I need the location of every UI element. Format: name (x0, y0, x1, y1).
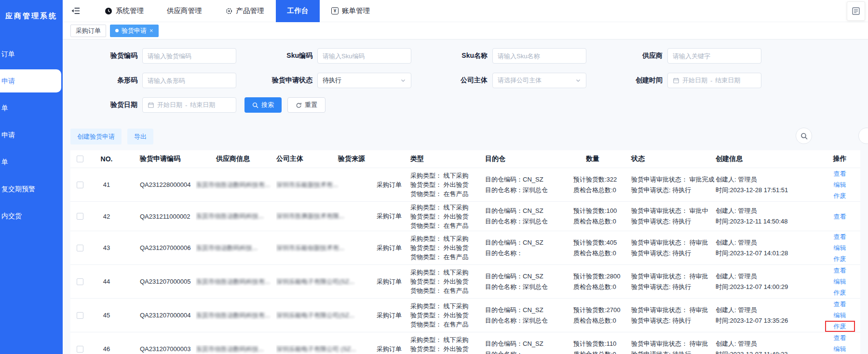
reset-button[interactable]: 重置 (287, 97, 326, 113)
corner-panel-button[interactable] (847, 1, 865, 21)
void-link[interactable]: 作废 (822, 190, 858, 201)
cell-type-line: 货物类型： 在售产品 (410, 286, 485, 295)
cell-status: 验货申请审批状态： 待审批验货申请状态: 待执行 (631, 305, 716, 326)
cell-status-line: 验货申请状态: 待执行 (631, 282, 716, 292)
inspection-code-input[interactable] (142, 48, 236, 64)
edit-link[interactable]: 编辑 (822, 276, 858, 287)
field-label: 验货日期 (63, 101, 142, 109)
cell-status-line: 验货申请状态: 待执行 (631, 185, 716, 196)
supplier-input[interactable] (667, 48, 761, 64)
edit-link[interactable]: 编辑 (822, 343, 858, 354)
field-sku-name: Sku名称 (413, 48, 588, 64)
search-icon (252, 102, 258, 108)
nav-label: 产品管理 (236, 6, 264, 15)
edit-link[interactable]: 编辑 (822, 179, 858, 190)
create-time-daterange[interactable]: 开始日期 - 结束日期 (667, 73, 761, 88)
tab-purchase-order[interactable]: 采购订单 (70, 25, 106, 37)
cell-status-line: 验货申请状态: 待执行 (631, 248, 716, 259)
sidebar-item[interactable]: 单 (0, 94, 63, 121)
sidebar-item[interactable]: 申请 (0, 69, 61, 92)
cell-quantity-line: 质检合格总数:0 (573, 349, 631, 354)
top-navbar: 系统管理 供应商管理 产品管理 工作台 ¥ 账单管理 (63, 0, 868, 22)
view-link[interactable]: 查看 (822, 299, 858, 310)
cell-no: 41 (90, 181, 123, 188)
cell-type-line: 验货类型： 外出验货 (410, 212, 485, 221)
header-source: 验货来源 (338, 155, 380, 163)
field-sku-code: Sku编码 (238, 48, 413, 64)
cell-apply-code: QA231228000004 (123, 181, 196, 188)
row-checkbox[interactable] (77, 213, 83, 220)
cell-supplier-info: 东莞市信胜达数码科技有... (196, 277, 276, 286)
void-link[interactable]: 作废 (822, 287, 858, 298)
cell-destination-line: 目的仓编码：CN_SZ (485, 305, 573, 315)
cell-created-line: 时间:2023-12-11 14:50:48 (716, 216, 819, 227)
create-inspection-button[interactable]: 创建验货申请 (70, 129, 122, 144)
cell-apply-code: QA231207000003 (123, 345, 196, 353)
date-separator: - (185, 102, 187, 109)
inspection-date-daterange[interactable]: 开始日期 - 结束日期 (142, 97, 236, 113)
cell-type: 采购类型： 线下采购验货类型： 外出验货货物类型： 在售产品 (410, 171, 485, 198)
select-value: 待执行 (323, 76, 341, 85)
sidebar-item[interactable]: 复交期预警 (0, 175, 63, 202)
cell-apply-code: QA231211000002 (123, 213, 196, 220)
void-link[interactable]: 作废 (834, 322, 846, 331)
view-link[interactable]: 查看 (822, 211, 858, 222)
cell-created-line: 时间:2023-12-28 17:51:51 (716, 185, 819, 196)
edit-link[interactable]: 编辑 (822, 310, 858, 321)
view-link[interactable]: 查看 (822, 332, 858, 343)
cell-actions: 查看编辑作废 (819, 168, 860, 201)
cell-created: 创建人: 管理员时间:2023-12-11 14:50:48 (716, 206, 819, 227)
view-link[interactable]: 查看 (822, 168, 858, 179)
cell-type-line: 货物类型： 在售产品 (410, 252, 485, 262)
cell-created-line: 创建人: 管理员 (716, 174, 819, 185)
table-row: 41QA231228000004东莞市信胜达数码科技有...深圳市乐能新技术有.… (70, 168, 860, 201)
cell-quantity: 预计验货数:110质检合格总数:0 (573, 339, 631, 354)
sku-code-input[interactable] (317, 48, 411, 64)
row-checkbox[interactable] (77, 312, 83, 319)
sidebar-item[interactable]: 单 (0, 148, 63, 175)
view-link[interactable]: 查看 (822, 265, 858, 276)
cell-destination: 目的仓编码：CN_SZ目的仓名称：深圳总仓 (485, 206, 573, 227)
cell-type: 采购类型： 线下采购验货类型： 外出验货货物类型： 在售产品 (410, 335, 485, 354)
row-checkbox[interactable] (77, 245, 83, 251)
redacted-supplier-text: 东莞市信胜达数码科技... (196, 345, 276, 354)
row-checkbox[interactable] (77, 182, 83, 188)
nav-item-workbench[interactable]: 工作台 (276, 0, 320, 22)
export-button[interactable]: 导出 (127, 129, 153, 144)
sku-name-input[interactable] (492, 48, 586, 64)
sidebar-item[interactable]: 内交货 (0, 202, 63, 229)
cell-destination: 目的仓编码：CN_SZ目的仓名称： (485, 339, 573, 354)
cell-destination: 目的仓编码：CN_SZ目的仓名称：深圳总仓 (485, 271, 573, 292)
menu-collapse-icon[interactable] (71, 7, 81, 15)
table-row: 45QA231207000004东莞市信胜达数码科技有...深圳乐能电子有限公司… (70, 298, 860, 332)
cell-status-line: 验货申请状态: 待执行 (631, 315, 716, 326)
close-icon[interactable]: × (149, 27, 153, 34)
row-checkbox[interactable] (77, 346, 83, 353)
sidebar-item[interactable]: 订单 (0, 40, 63, 67)
cell-source: 采购订单 (368, 277, 410, 286)
apply-status-select[interactable]: 待执行 (317, 73, 411, 88)
company-select[interactable]: 请选择公司主体 (492, 73, 586, 88)
row-checkbox[interactable] (77, 278, 83, 285)
nav-item-product[interactable]: 产品管理 (214, 0, 276, 22)
redacted-company-text: 深圳市乐能新技术有... (276, 181, 368, 189)
cell-type-line: 货物类型： 在售产品 (410, 189, 485, 198)
date-separator: - (710, 77, 712, 84)
sidebar-item[interactable]: 申请 (0, 121, 63, 148)
tab-inspection-apply[interactable]: 验货申请 × (110, 25, 159, 37)
table-settings-button[interactable] (858, 128, 868, 144)
table-search-button[interactable] (796, 128, 812, 144)
header-status: 状态 (631, 155, 716, 163)
search-button[interactable]: 搜索 (244, 97, 282, 113)
void-link[interactable]: 作废 (822, 253, 858, 264)
barcode-input[interactable] (142, 73, 236, 88)
select-all-checkbox[interactable] (77, 156, 83, 162)
cell-status: 验货申请审批状态： 待审批验货申请状态: 待执行 (631, 271, 716, 292)
nav-item-system[interactable]: 系统管理 (93, 0, 155, 22)
cell-status-line: 验货申请状态: 待执行 (631, 216, 716, 227)
view-link[interactable]: 查看 (822, 231, 858, 242)
nav-item-billing[interactable]: ¥ 账单管理 (320, 0, 381, 22)
edit-link[interactable]: 编辑 (822, 242, 858, 253)
nav-item-supplier[interactable]: 供应商管理 (155, 0, 214, 22)
cell-apply-code: QA231207000004 (123, 312, 196, 319)
